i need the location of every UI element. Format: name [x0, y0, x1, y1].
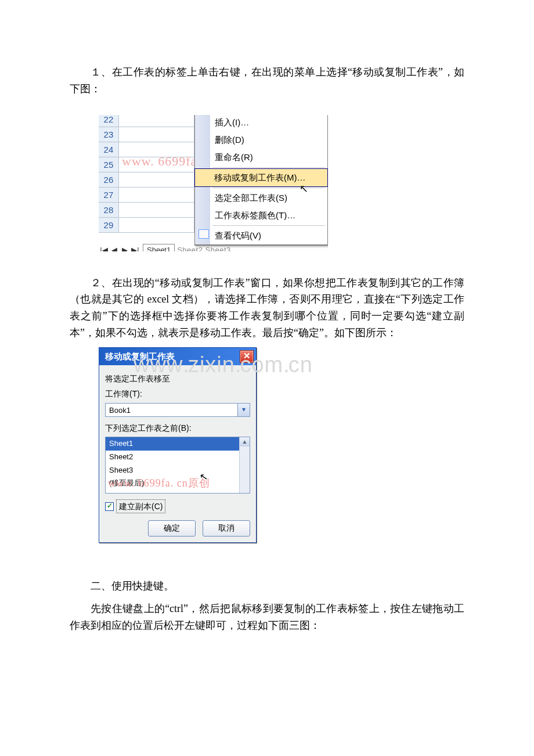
row-hdr: 24 [99, 142, 119, 157]
paragraph-1: １、在工作表的标签上单击右键，在出现的菜单上选择“移动或复制工作表”，如下图： [70, 64, 464, 98]
workbook-value: Book1 [106, 404, 237, 416]
label-workbook: 工作簿(T): [105, 387, 250, 400]
row-headers: 22 23 24 25 26 27 28 29 [99, 115, 194, 233]
nav-next-icon[interactable]: ▶ [120, 244, 130, 251]
list-item[interactable]: Sheet2 [106, 451, 250, 464]
scroll-up-icon[interactable]: ▲ [240, 437, 250, 447]
move-copy-dialog: 移动或复制工作表 ✕ 将选定工作表移至 工作簿(T): Book1 ▾ 下列选定… [99, 347, 257, 543]
nav-prev-icon[interactable]: ◀ [109, 244, 120, 251]
menu-rename[interactable]: 重命名(R) [195, 149, 327, 166]
close-button[interactable]: ✕ [240, 350, 254, 363]
create-copy-checkbox[interactable]: ✓ [105, 502, 114, 511]
workbook-combobox[interactable]: Book1 ▾ [105, 403, 250, 417]
row-hdr: 23 [99, 127, 119, 142]
context-menu: 插入(I)… 删除(D) 重命名(R) 移动或复制工作表(M)… 选定全部工作表… [194, 115, 328, 246]
row-hdr: 22 [99, 115, 119, 127]
active-sheet-tab[interactable]: Sheet1 [143, 244, 175, 251]
menu-view-code[interactable]: 查看代码(V) [195, 227, 327, 244]
chevron-down-icon[interactable]: ▾ [237, 404, 250, 416]
menu-insert[interactable]: 插入(I)… [195, 115, 327, 131]
dialog-titlebar: 移动或复制工作表 ✕ [99, 348, 256, 365]
paragraph-2: ２、在出现的“移动或复制工作表”窗口，如果你想把工作表复制到其它的工作簿（也就是… [70, 275, 464, 341]
nav-last-icon[interactable]: ▶| [130, 244, 140, 251]
figure2-watermark: www. 6699fa. cn原创 [108, 475, 210, 492]
ok-button[interactable]: 确定 [148, 520, 196, 537]
row-hdr: 28 [99, 203, 119, 217]
section-2-title: 二、使用快捷键。 [70, 578, 464, 595]
label-before-sheet: 下列选定工作表之前(B): [105, 422, 250, 434]
cursor-icon: ↖ [300, 181, 308, 197]
nav-first-icon[interactable]: |◀ [99, 244, 109, 251]
row-hdr: 26 [99, 172, 119, 187]
figure-context-menu: 22 23 24 25 26 27 28 29 www. 6699fa. cn原… [99, 115, 328, 251]
row-hdr: 25 [99, 157, 119, 172]
view-code-icon [199, 229, 209, 239]
dialog-title: 移动或复制工作表 [105, 350, 175, 363]
row-hdr: 29 [99, 218, 119, 232]
list-item[interactable]: Sheet1 [106, 437, 250, 451]
row-hdr: 27 [99, 188, 119, 202]
paragraph-3: 先按住键盘上的“ctrl”，然后把鼠标移到要复制的工作表标签上，按住左键拖动工作… [70, 600, 464, 634]
menu-tab-color[interactable]: 工作表标签颜色(T)… [195, 207, 327, 224]
menu-delete[interactable]: 删除(D) [195, 131, 327, 149]
create-copy-label: 建立副本(C) [116, 499, 165, 513]
scrollbar[interactable]: ▲ [239, 437, 250, 493]
cancel-button[interactable]: 取消 [203, 520, 250, 537]
label-move-to: 将选定工作表移至 [105, 372, 250, 385]
sheet-listbox[interactable]: Sheet1 Sheet2 Sheet3 (移至最后) www. 6699fa.… [105, 437, 250, 494]
